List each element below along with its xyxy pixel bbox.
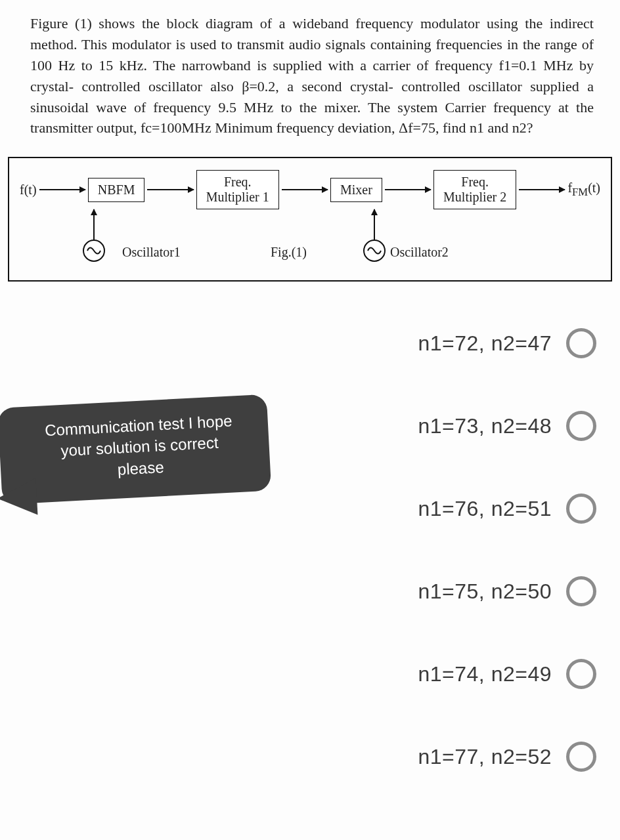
oscillator2-label: Oscillator2 bbox=[390, 245, 449, 260]
option-label: n1=77, n2=52 bbox=[418, 745, 552, 769]
oscillator-row: Oscillator1 Fig.(1) Oscillator2 bbox=[16, 209, 604, 268]
oscillator-icon bbox=[363, 240, 386, 262]
option-label: n1=75, n2=50 bbox=[418, 579, 552, 604]
arrow-icon bbox=[385, 189, 431, 190]
option-label: n1=74, n2=49 bbox=[418, 662, 552, 686]
connector-line bbox=[374, 209, 375, 240]
radio-icon[interactable] bbox=[566, 328, 596, 358]
diagram-main-row: f(t) NBFM Freq. Multiplier 1 Mixer Freq.… bbox=[16, 170, 604, 209]
option-row[interactable]: n1=73, n2=48 bbox=[0, 411, 596, 441]
radio-icon[interactable] bbox=[566, 659, 596, 689]
multiplier2-block: Freq. Multiplier 2 bbox=[433, 170, 516, 209]
option-row[interactable]: n1=72, n2=47 bbox=[0, 328, 596, 358]
option-label: n1=76, n2=51 bbox=[418, 497, 552, 521]
option-row[interactable]: n1=74, n2=49 bbox=[0, 659, 596, 689]
block-label-line: Multiplier 2 bbox=[443, 190, 506, 204]
nbfm-block: NBFM bbox=[88, 178, 145, 202]
options-list: n1=72, n2=47 n1=73, n2=48 n1=76, n2=51 n… bbox=[0, 328, 620, 824]
radio-icon[interactable] bbox=[566, 742, 596, 772]
question-text: Figure (1) shows the block diagram of a … bbox=[0, 0, 620, 145]
radio-icon[interactable] bbox=[566, 576, 596, 606]
connector-line bbox=[93, 209, 95, 240]
option-label: n1=72, n2=47 bbox=[418, 331, 552, 356]
block-diagram: f(t) NBFM Freq. Multiplier 1 Mixer Freq.… bbox=[8, 157, 612, 282]
oscillator-icon bbox=[83, 240, 105, 262]
block-label-line: Freq. bbox=[461, 175, 489, 189]
arrow-icon bbox=[282, 189, 328, 190]
option-label: n1=73, n2=48 bbox=[418, 414, 552, 438]
option-row[interactable]: n1=76, n2=51 bbox=[0, 494, 596, 524]
block-label-line: Multiplier 1 bbox=[206, 190, 269, 204]
output-label: fFM(t) bbox=[567, 180, 600, 199]
option-row[interactable]: n1=77, n2=52 bbox=[0, 742, 596, 772]
block-label-line: Freq. bbox=[224, 175, 252, 189]
arrow-icon bbox=[39, 189, 85, 190]
radio-icon[interactable] bbox=[566, 494, 596, 524]
arrow-icon bbox=[519, 189, 565, 190]
arrow-icon bbox=[147, 189, 193, 190]
figure-label: Fig.(1) bbox=[271, 245, 307, 260]
mixer-block: Mixer bbox=[330, 178, 382, 202]
input-label: f(t) bbox=[20, 182, 37, 198]
oscillator1-label: Oscillator1 bbox=[122, 245, 181, 260]
option-row[interactable]: n1=75, n2=50 bbox=[0, 576, 596, 606]
multiplier1-block: Freq. Multiplier 1 bbox=[196, 170, 279, 209]
radio-icon[interactable] bbox=[566, 411, 596, 441]
